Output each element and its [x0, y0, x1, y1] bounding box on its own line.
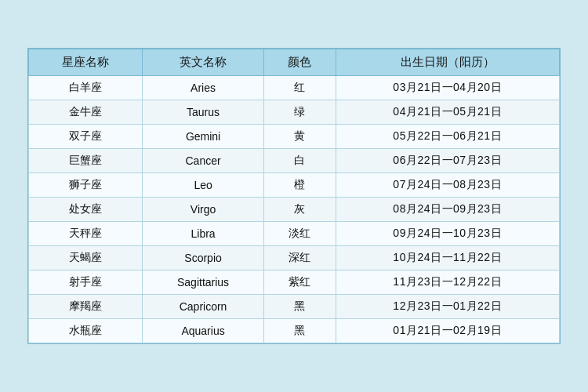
- cell-r6-c1: Libra: [142, 222, 264, 246]
- cell-r3-c1: Cancer: [142, 149, 264, 173]
- cell-r5-c0: 处女座: [29, 198, 143, 222]
- cell-r3-c2: 白: [264, 149, 336, 173]
- cell-r4-c3: 07月24日一08月23日: [336, 173, 559, 198]
- table-row: 天蝎座Scorpio深红10月24日一11月22日: [29, 246, 560, 270]
- table-row: 天秤座Libra淡红09月24日一10月23日: [29, 222, 560, 246]
- cell-r4-c1: Leo: [142, 173, 264, 198]
- cell-r7-c2: 深红: [264, 246, 336, 270]
- cell-r10-c1: Aquarius: [142, 319, 264, 343]
- cell-r0-c3: 03月21日一04月20日: [336, 76, 559, 100]
- cell-r2-c3: 05月22日一06月21日: [336, 125, 559, 149]
- cell-r6-c3: 09月24日一10月23日: [336, 222, 559, 246]
- cell-r8-c3: 11月23日一12月22日: [336, 270, 559, 295]
- cell-r4-c0: 狮子座: [29, 173, 143, 198]
- cell-r1-c1: Taurus: [142, 100, 264, 125]
- cell-r7-c1: Scorpio: [142, 246, 264, 270]
- cell-r8-c0: 射手座: [29, 270, 143, 295]
- cell-r5-c3: 08月24日一09月23日: [336, 198, 559, 222]
- table-row: 处女座Virgo灰08月24日一09月23日: [29, 198, 560, 222]
- cell-r10-c0: 水瓶座: [29, 319, 143, 343]
- table-row: 水瓶座Aquarius黑01月21日一02月19日: [29, 319, 560, 343]
- cell-r2-c0: 双子座: [29, 125, 143, 149]
- cell-r10-c2: 黑: [264, 319, 336, 343]
- cell-r2-c1: Gemini: [142, 125, 264, 149]
- cell-r3-c0: 巨蟹座: [29, 149, 143, 173]
- cell-r0-c1: Aries: [142, 76, 264, 100]
- zodiac-table: 星座名称 英文名称 颜色 出生日期（阳历） 白羊座Aries红03月21日一04…: [28, 49, 560, 343]
- col-header-birthdate: 出生日期（阳历）: [336, 49, 559, 76]
- cell-r0-c0: 白羊座: [29, 76, 143, 100]
- table-row: 巨蟹座Cancer白06月22日一07月23日: [29, 149, 560, 173]
- cell-r3-c3: 06月22日一07月23日: [336, 149, 559, 173]
- table-row: 摩羯座Capricorn黑12月23日一01月22日: [29, 295, 560, 319]
- cell-r6-c0: 天秤座: [29, 222, 143, 246]
- table-row: 狮子座Leo橙07月24日一08月23日: [29, 173, 560, 198]
- cell-r9-c1: Capricorn: [142, 295, 264, 319]
- cell-r9-c0: 摩羯座: [29, 295, 143, 319]
- cell-r4-c2: 橙: [264, 173, 336, 198]
- table-body: 白羊座Aries红03月21日一04月20日金牛座Taurus绿04月21日一0…: [29, 76, 560, 343]
- table-row: 射手座Sagittarius紫红11月23日一12月22日: [29, 270, 560, 295]
- cell-r8-c1: Sagittarius: [142, 270, 264, 295]
- cell-r9-c2: 黑: [264, 295, 336, 319]
- table-header-row: 星座名称 英文名称 颜色 出生日期（阳历）: [29, 49, 560, 76]
- table-row: 双子座Gemini黄05月22日一06月21日: [29, 125, 560, 149]
- col-header-color: 颜色: [264, 49, 336, 76]
- col-header-chinese-name: 星座名称: [29, 49, 143, 76]
- table-row: 白羊座Aries红03月21日一04月20日: [29, 76, 560, 100]
- cell-r8-c2: 紫红: [264, 270, 336, 295]
- cell-r7-c0: 天蝎座: [29, 246, 143, 270]
- cell-r1-c3: 04月21日一05月21日: [336, 100, 559, 125]
- cell-r5-c1: Virgo: [142, 198, 264, 222]
- cell-r2-c2: 黄: [264, 125, 336, 149]
- cell-r5-c2: 灰: [264, 198, 336, 222]
- cell-r10-c3: 01月21日一02月19日: [336, 319, 559, 343]
- cell-r1-c2: 绿: [264, 100, 336, 125]
- col-header-english-name: 英文名称: [142, 49, 264, 76]
- cell-r1-c0: 金牛座: [29, 100, 143, 125]
- zodiac-table-container: 星座名称 英文名称 颜色 出生日期（阳历） 白羊座Aries红03月21日一04…: [27, 48, 561, 344]
- cell-r6-c2: 淡红: [264, 222, 336, 246]
- cell-r0-c2: 红: [264, 76, 336, 100]
- cell-r9-c3: 12月23日一01月22日: [336, 295, 559, 319]
- cell-r7-c3: 10月24日一11月22日: [336, 246, 559, 270]
- table-row: 金牛座Taurus绿04月21日一05月21日: [29, 100, 560, 125]
